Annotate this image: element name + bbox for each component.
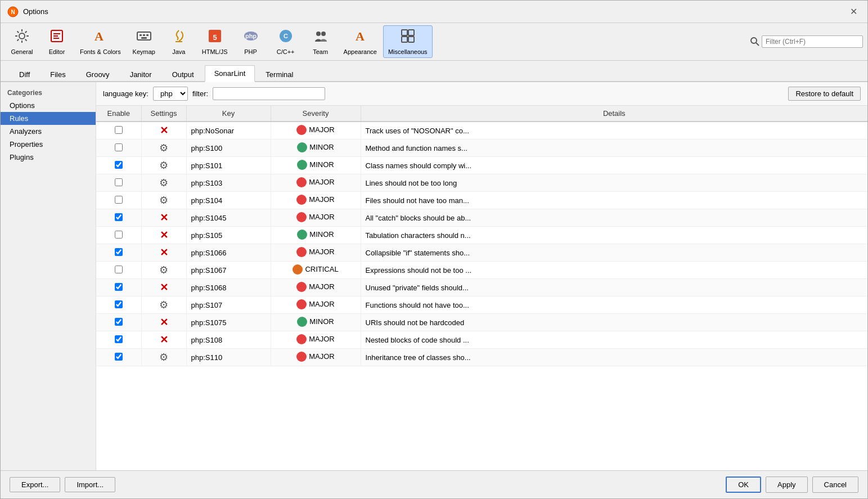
tab-terminal[interactable]: Terminal: [256, 66, 303, 82]
enable-checkbox[interactable]: [115, 353, 123, 361]
enable-checkbox[interactable]: [115, 178, 123, 186]
enable-checkbox[interactable]: [115, 266, 123, 273]
svg-rect-24: [402, 37, 407, 42]
close-button[interactable]: ✕: [847, 5, 861, 18]
severity-dot: [296, 282, 307, 292]
severity-dot: [293, 264, 303, 275]
enable-checkbox[interactable]: [115, 196, 123, 204]
cancel-button[interactable]: Cancel: [812, 476, 858, 493]
rule-severity: MAJOR: [271, 279, 361, 296]
severity-dot: [296, 177, 307, 187]
severity-dot: [296, 352, 307, 362]
toolbar-item-editor[interactable]: Editor: [40, 25, 74, 58]
tab-janitor[interactable]: Janitor: [120, 66, 161, 82]
sidebar-item-analyzers[interactable]: Analyzers: [1, 125, 96, 138]
main-content: Categories Options Rules Analyzers Prope…: [1, 82, 867, 470]
severity-text: MAJOR: [309, 248, 335, 256]
toolbar-item-appearance[interactable]: A Appearance: [339, 25, 382, 58]
tab-output[interactable]: Output: [163, 66, 204, 82]
filter-label: filter:: [192, 89, 208, 98]
rule-severity: MAJOR: [271, 331, 361, 349]
severity-text: MINOR: [309, 230, 334, 239]
tab-sonarlint[interactable]: SonarLint: [205, 65, 255, 82]
sidebar-item-plugins[interactable]: Plugins: [1, 151, 96, 164]
settings-x-icon[interactable]: ✕: [160, 282, 168, 293]
settings-x-icon[interactable]: ✕: [160, 334, 168, 345]
ok-button[interactable]: OK: [726, 476, 761, 493]
svg-rect-11: [146, 34, 149, 36]
enable-checkbox[interactable]: [115, 283, 123, 291]
rule-key: php:S107: [186, 296, 271, 314]
rule-key: php:S1067: [186, 262, 271, 279]
apply-button[interactable]: Apply: [766, 476, 808, 493]
tab-files[interactable]: Files: [41, 66, 75, 82]
settings-gear-icon[interactable]: ⚙: [159, 264, 168, 276]
settings-gear-icon[interactable]: ⚙: [159, 142, 168, 154]
settings-gear-icon[interactable]: ⚙: [159, 160, 168, 171]
rule-severity: MAJOR: [271, 122, 361, 140]
sidebar-section-categories: Categories: [1, 87, 96, 99]
toolbar-search: [750, 35, 863, 48]
panel-toolbar: language key: php java js filter: Restor…: [96, 82, 867, 106]
enable-checkbox[interactable]: [115, 318, 123, 326]
severity-dot: [296, 334, 307, 344]
enable-checkbox[interactable]: [115, 248, 123, 256]
footer: Export... Import... OK Apply Cancel: [1, 470, 867, 498]
restore-default-button[interactable]: Restore to default: [788, 87, 861, 101]
export-button[interactable]: Export...: [10, 477, 60, 492]
settings-gear-icon[interactable]: ⚙: [159, 177, 168, 188]
settings-x-icon[interactable]: ✕: [160, 230, 168, 241]
toolbar-item-cpp[interactable]: C C/C++: [269, 25, 303, 58]
rule-key: php:S1066: [186, 244, 271, 262]
rule-key: php:S108: [186, 331, 271, 349]
toolbar-item-php[interactable]: php PHP: [234, 25, 268, 58]
enable-checkbox[interactable]: [115, 161, 123, 169]
rule-key: php:NoSonar: [186, 122, 271, 140]
table-row: ⚙php:S110 MAJORInheritance tree of class…: [96, 349, 867, 366]
tab-groovy[interactable]: Groovy: [77, 66, 119, 82]
svg-point-2: [19, 33, 25, 39]
settings-x-icon[interactable]: ✕: [160, 317, 168, 328]
tab-diff[interactable]: Diff: [10, 66, 39, 82]
filter-input[interactable]: [762, 35, 863, 48]
rules-table: Enable Settings Key Severity Details ✕ph…: [96, 106, 867, 366]
enable-checkbox[interactable]: [115, 126, 123, 134]
severity-text: MAJOR: [309, 352, 335, 361]
rules-filter-input[interactable]: [213, 87, 325, 100]
rule-key: php:S1045: [186, 209, 271, 227]
sidebar-item-rules[interactable]: Rules: [1, 112, 96, 125]
toolbar-item-htmljs[interactable]: 5 HTML/JS: [197, 25, 233, 58]
toolbar-item-fonts-colors[interactable]: A Fonts & Colors: [75, 25, 126, 58]
table-row: ✕php:S1066 MAJORCollapsible "if" stateme…: [96, 244, 867, 262]
team-label: Team: [313, 48, 328, 55]
sidebar-item-options[interactable]: Options: [1, 99, 96, 112]
rule-details: Nested blocks of code should ...: [361, 331, 867, 349]
settings-gear-icon[interactable]: ⚙: [159, 195, 168, 206]
enable-checkbox[interactable]: [115, 335, 123, 343]
settings-x-icon[interactable]: ✕: [160, 125, 168, 136]
rules-table-container: Enable Settings Key Severity Details ✕ph…: [96, 106, 867, 470]
toolbar-item-miscellaneous[interactable]: Miscellaneous: [383, 25, 433, 58]
col-header-settings: Settings: [141, 106, 186, 122]
language-key-label: language key:: [103, 89, 149, 98]
settings-x-icon[interactable]: ✕: [160, 212, 168, 223]
severity-dot: [297, 230, 307, 240]
rule-key: php:S110: [186, 349, 271, 366]
toolbar-item-team[interactable]: Team: [304, 25, 338, 58]
settings-gear-icon[interactable]: ⚙: [159, 299, 168, 311]
rule-severity: MAJOR: [271, 349, 361, 366]
settings-gear-icon[interactable]: ⚙: [159, 352, 168, 363]
toolbar-item-keymap[interactable]: Keymap: [127, 25, 161, 58]
table-header-row: Enable Settings Key Severity Details: [96, 106, 867, 122]
enable-checkbox[interactable]: [115, 300, 123, 308]
enable-checkbox[interactable]: [115, 143, 123, 151]
enable-checkbox[interactable]: [115, 231, 123, 239]
toolbar-item-general[interactable]: General: [5, 25, 39, 58]
import-button[interactable]: Import...: [65, 477, 115, 492]
keymap-label: Keymap: [133, 48, 155, 55]
language-key-select[interactable]: php java js: [153, 87, 188, 101]
settings-x-icon[interactable]: ✕: [160, 247, 168, 258]
toolbar-item-java[interactable]: Java: [162, 25, 196, 58]
enable-checkbox[interactable]: [115, 213, 123, 221]
sidebar-item-properties[interactable]: Properties: [1, 138, 96, 151]
